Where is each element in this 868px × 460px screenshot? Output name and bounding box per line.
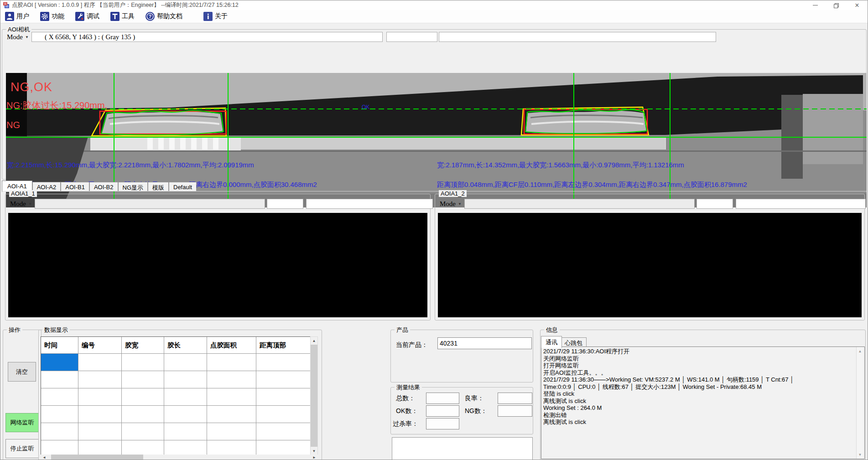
panel-left-mode-label: Mode — [10, 200, 26, 208]
comms-log[interactable]: 2021/7/29 11:36:30:AOI程序打开 关闭网络监听 打开网络监听… — [541, 346, 865, 459]
ng-count-field[interactable] — [498, 405, 532, 417]
close-button[interactable]: × — [847, 0, 868, 10]
network-listen-button[interactable]: 网络监听 — [5, 413, 39, 432]
overlay-ng-reason-text: NG:胶体过长:15.290mm, — [6, 99, 107, 112]
log-lines: 2021/7/29 11:36:30:AOI程序打开 关闭网络监听 打开网络监听… — [543, 348, 855, 426]
table-row[interactable] — [41, 371, 310, 388]
ok-count-label: OK数： — [396, 407, 418, 415]
ok-count-field[interactable] — [426, 405, 459, 417]
total-count-field[interactable] — [426, 393, 459, 404]
minimize-button[interactable] — [805, 0, 826, 10]
column-header-glue-width[interactable]: 胶宽 — [122, 337, 164, 353]
tab-template[interactable]: 模版 — [148, 182, 169, 191]
table-vertical-scrollbar[interactable]: ▲ ▼ — [310, 336, 318, 455]
table-row[interactable] — [41, 354, 310, 371]
panel-left-field-1[interactable] — [35, 199, 265, 209]
yield-rate-label: 良率： — [465, 394, 484, 403]
panel-left-mode-dropdown[interactable]: Mode ▼ — [7, 199, 35, 209]
current-product-input[interactable] — [437, 337, 532, 349]
app-icon — [3, 2, 10, 9]
column-header-distance-top[interactable]: 距离顶部 — [256, 337, 310, 353]
table-row[interactable] — [41, 423, 310, 440]
product-group-label: 产品 — [395, 326, 410, 334]
table-row[interactable] — [41, 406, 310, 423]
log-line: 2021/7/29 11:36:30——>Working Set: VM:523… — [543, 376, 855, 383]
tabstrip-divider — [2, 191, 867, 191]
wrench-icon — [75, 12, 84, 21]
chevron-down-icon: ▼ — [25, 35, 29, 39]
stop-listen-button[interactable]: 停止监听 — [5, 439, 39, 458]
scroll-up-icon[interactable]: ▲ — [311, 337, 317, 344]
scroll-up-icon[interactable]: ▲ — [857, 347, 863, 355]
tab-aoi-b2[interactable]: AOI-B2 — [89, 182, 118, 191]
column-header-time[interactable]: 时间 — [41, 337, 78, 353]
chevron-down-icon: ▼ — [28, 202, 32, 206]
scroll-left-icon[interactable]: ◄ — [41, 455, 48, 460]
log-line: 关闭网络监听 — [543, 355, 855, 362]
tab-comms[interactable]: 通讯 — [541, 336, 562, 348]
ng-count-label: NG数： — [465, 407, 487, 415]
toolbar-help-label: 帮助文档 — [157, 12, 182, 21]
table-row[interactable] — [41, 388, 310, 406]
panel-left-image-canvas[interactable] — [8, 213, 427, 317]
toolbar-tools-label: 工具 — [122, 12, 135, 21]
panel-left-field-3[interactable] — [306, 199, 433, 209]
toolbar-user-button[interactable]: 用户 — [5, 12, 29, 21]
toolbar-about-button[interactable]: 关于 — [203, 12, 228, 21]
log-scrollbar[interactable]: ▲ ▼ — [856, 347, 864, 459]
restore-icon — [834, 3, 838, 8]
panel-right-mode-dropdown[interactable]: Mode ▼ — [437, 199, 464, 209]
overkill-rate-field[interactable] — [426, 418, 459, 429]
toolbar-help-button[interactable]: ? 帮助文档 — [146, 12, 182, 21]
panel-right-field-2[interactable] — [696, 199, 733, 209]
toolbar-debug-button[interactable]: 调试 — [75, 12, 99, 21]
overlay-status-text: NG,OK — [10, 80, 52, 94]
camera-coords-field[interactable]: ( X 6568, Y 1463 ) : ( Gray 135 ) — [31, 32, 383, 42]
table-header-row: 时间 编号 胶宽 胶长 点胶面积 距离顶部 — [41, 337, 310, 354]
panel-aoia1-1-groupbox: AOIA1_1 Mode ▼ — [5, 194, 431, 320]
log-line: 2021/7/29 11:36:30:AOI程序打开 — [543, 348, 855, 355]
panel-right-image-canvas[interactable] — [438, 213, 862, 317]
tab-ng-display[interactable]: NG显示 — [118, 182, 148, 191]
toolbar-function-button[interactable]: 功能 — [40, 12, 64, 21]
camera-field-2[interactable] — [386, 32, 437, 42]
yield-rate-field[interactable] — [498, 393, 532, 404]
column-header-id[interactable]: 编号 — [78, 337, 122, 353]
overlay-left-measure-1: 宽:2.215mm,长:15.290mm,最大胶宽:2.2218mm,最小:1.… — [7, 161, 254, 170]
panel-aoia1-2-groupbox: AOIA1_2 Mode ▼ — [435, 194, 865, 320]
clear-button[interactable]: 清空 — [8, 362, 36, 382]
panel-right-field-3[interactable] — [736, 199, 866, 209]
column-header-glue-area[interactable]: 点胶面积 — [207, 337, 256, 353]
panel-left-field-2[interactable] — [267, 199, 303, 209]
log-line: 离线测试 is click — [543, 398, 855, 405]
app-window: 点胶AOI [ Version : 1.0.0.9 ] 程序 【当前用户：Eng… — [0, 0, 868, 460]
overkill-rate-label: 过杀率： — [393, 420, 418, 428]
overlay-right-measure-2: 距离顶部0.048mm,距离CF层0.110mm,距离左边界0.304mm,距离… — [437, 181, 747, 189]
overlay-right-measure-1: 宽:2.187mm,长:14.352mm,最大胶宽:1.5663mm,最小:0.… — [437, 161, 684, 170]
toolbar-debug-label: 调试 — [87, 12, 99, 21]
scroll-down-icon[interactable]: ▼ — [857, 451, 863, 458]
tab-aoi-b1[interactable]: AOI-B1 — [61, 182, 89, 191]
selected-cell[interactable] — [41, 354, 78, 371]
log-line: 打开网络监听 — [543, 362, 855, 369]
gear-icon — [40, 12, 49, 21]
svg-text:?: ? — [149, 14, 151, 19]
data-display-group-label: 数据显示 — [42, 326, 70, 334]
panel-right-field-1[interactable] — [464, 199, 695, 209]
camera-mode-dropdown[interactable]: Mode ▼ — [4, 32, 31, 42]
toolbar-tools-button[interactable]: 工具 — [110, 12, 135, 21]
tab-default[interactable]: Default — [169, 182, 197, 191]
scroll-right-icon[interactable]: ► — [311, 455, 318, 460]
log-line: 检测出错 — [543, 412, 855, 419]
scroll-down-icon[interactable]: ▼ — [311, 447, 317, 455]
total-count-label: 总数： — [396, 394, 415, 403]
horizontal-scroll-thumb[interactable] — [51, 455, 143, 460]
restore-button[interactable] — [826, 0, 847, 10]
user-icon — [5, 12, 14, 21]
log-line: 开启AOI监控工具。。。 — [543, 369, 855, 377]
table-horizontal-scrollbar[interactable]: ◄ ► — [41, 455, 318, 460]
column-header-glue-length[interactable]: 胶长 — [164, 337, 207, 353]
camera-field-3[interactable] — [439, 32, 716, 42]
toolbar-function-label: 功能 — [52, 12, 64, 21]
vertical-scroll-thumb[interactable] — [311, 345, 317, 447]
